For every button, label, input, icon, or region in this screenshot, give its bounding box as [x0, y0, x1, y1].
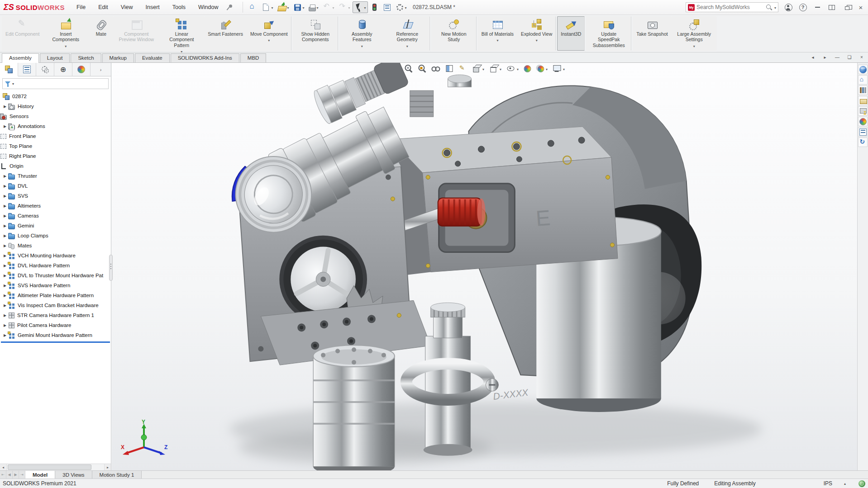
search-input[interactable] — [696, 4, 764, 10]
file-explorer-tab[interactable] — [858, 96, 868, 105]
tree-filter[interactable]: ▾ — [2, 78, 109, 89]
tree-item[interactable]: ▶ Top Plane — [0, 141, 111, 151]
command-tab[interactable]: Sketch — [71, 53, 101, 62]
tile-windows-button[interactable] — [827, 3, 836, 12]
status-globe-icon[interactable] — [858, 480, 865, 487]
dropdown-arrow-icon[interactable] — [500, 66, 501, 72]
menu-item[interactable]: File — [76, 4, 86, 10]
tree-item[interactable]: ▶ DVL Hardware Pattern — [0, 261, 111, 270]
hide-show-items-button[interactable] — [506, 64, 520, 73]
ribbon-button[interactable]: Take Snapshot — [633, 16, 671, 51]
expand-arrow-icon[interactable]: ▶ — [2, 254, 8, 258]
ribbon-button[interactable]: Edit Component — [2, 16, 43, 51]
command-tab[interactable]: Assembly — [2, 53, 39, 63]
menu-item[interactable]: Tools — [172, 4, 186, 10]
tree-item[interactable]: ▶ VCH Mounting Hardware — [0, 251, 111, 261]
bottom-tab[interactable]: Motion Study 1 — [92, 471, 142, 479]
ribbon-button[interactable]: Assembly Features — [339, 16, 385, 51]
expand-pane-button[interactable]: › — [91, 63, 111, 76]
expand-arrow-icon[interactable]: ▶ — [2, 124, 8, 128]
apply-scene-button[interactable] — [535, 64, 548, 73]
tree-item[interactable]: ▶ Altimeters — [0, 201, 111, 211]
dropdown-arrow-icon[interactable] — [405, 4, 407, 10]
expand-arrow-icon[interactable]: ▶ — [2, 104, 8, 109]
dropdown-arrow-icon[interactable] — [348, 4, 350, 10]
expand-arrow-icon[interactable]: ▶ — [2, 264, 8, 268]
dropdown-arrow-icon[interactable] — [536, 37, 538, 43]
tree-item[interactable]: ▶ Cameras — [0, 211, 111, 221]
minimize-document-button[interactable]: — — [834, 53, 841, 61]
minimize-button[interactable] — [813, 3, 822, 12]
file-properties-button[interactable] — [381, 1, 393, 13]
previous-window-button[interactable]: ◂ — [809, 53, 816, 61]
section-view-button[interactable] — [444, 64, 454, 73]
ribbon-button[interactable]: Bill of Materials — [478, 16, 517, 51]
view-settings-button[interactable] — [552, 64, 566, 73]
expand-arrow-icon[interactable]: ▶ — [2, 234, 8, 238]
ribbon-button[interactable]: Update SpeedPak Subassemblies — [586, 16, 631, 51]
cascade-windows-button[interactable] — [842, 3, 851, 12]
rebuild-button[interactable] — [368, 1, 381, 13]
tree-item[interactable]: ▶ Thruster — [0, 171, 111, 181]
ribbon-button[interactable]: Smart Fasteners — [204, 16, 247, 51]
dropdown-arrow-icon[interactable] — [563, 66, 565, 72]
tree-item[interactable]: ▶ Vis Inspect Cam Bracket Hardware — [0, 300, 111, 310]
command-tab[interactable]: Evaluate — [135, 53, 170, 62]
tree-item[interactable]: ▶ DVL to Thruster Mount Hardware Pat — [0, 270, 111, 280]
tree-root-item[interactable]: 02872 — [0, 91, 111, 101]
tree-item[interactable]: ▶ Front Plane — [0, 131, 111, 141]
next-window-button[interactable]: ▸ — [821, 53, 829, 61]
dropdown-arrow-icon[interactable] — [406, 43, 408, 48]
units-selector[interactable]: IPS — [824, 480, 832, 487]
expand-arrow-icon[interactable]: ▶ — [2, 174, 8, 178]
command-tab[interactable]: MBD — [240, 53, 267, 62]
design-library-tab[interactable] — [858, 85, 868, 95]
select-button[interactable] — [353, 1, 368, 13]
close-button[interactable]: × — [856, 3, 865, 12]
scrollbar-thumb[interactable] — [8, 464, 91, 470]
next-tab-button[interactable]: ▶ — [13, 471, 19, 479]
dropdown-arrow-icon[interactable] — [693, 43, 695, 48]
ribbon-button[interactable]: New Motion Study — [431, 16, 477, 51]
close-document-button[interactable]: × — [858, 53, 865, 61]
ribbon-button[interactable]: Component Preview Window — [114, 16, 159, 51]
tree-horizontal-scrollbar[interactable]: ◂ ▸ — [0, 464, 111, 470]
tree-item[interactable]: ▶ STR Camera Hardware Pattern 1 — [0, 310, 111, 320]
command-tab[interactable]: SOLIDWORKS Add-Ins — [171, 53, 239, 62]
restore-document-button[interactable]: ❏ — [846, 53, 853, 61]
display-style-button[interactable] — [488, 64, 502, 73]
tree-item[interactable]: ▶ Mates — [0, 241, 111, 251]
search-box[interactable]: My — [686, 2, 778, 12]
custom-properties-tab[interactable] — [858, 127, 868, 137]
dropdown-arrow-icon[interactable] — [317, 4, 319, 10]
dropdown-arrow-icon[interactable] — [546, 66, 548, 72]
expand-arrow-icon[interactable]: ▶ — [2, 194, 8, 198]
tree-item[interactable]: ▶ History — [0, 101, 111, 111]
expand-arrow-icon[interactable]: ▶ — [2, 274, 8, 278]
expand-arrow-icon[interactable]: ▶ — [2, 204, 8, 208]
tree-item[interactable]: ▶ Right Plane — [0, 151, 111, 161]
rollback-bar[interactable] — [1, 341, 110, 343]
save-button[interactable] — [291, 1, 306, 13]
help-button[interactable]: ? — [798, 3, 807, 12]
ribbon-button[interactable]: Linear Component Pattern — [159, 16, 204, 51]
menu-item[interactable]: View — [121, 4, 133, 10]
expand-arrow-icon[interactable]: ▶ — [2, 294, 8, 298]
dropdown-arrow-icon[interactable] — [361, 43, 363, 48]
ribbon-button[interactable]: Large Assembly Settings — [672, 16, 717, 51]
filter-dropdown-arrow-icon[interactable]: ▾ — [12, 82, 14, 86]
dropdown-arrow-icon[interactable] — [364, 4, 366, 10]
new-document-button[interactable] — [260, 1, 275, 13]
tree-item[interactable]: ▶ SVS — [0, 191, 111, 201]
expand-arrow-icon[interactable]: ▶ — [2, 284, 8, 288]
ribbon-button[interactable]: Move Component — [247, 16, 291, 51]
ribbon-button[interactable]: Show Hidden Components — [293, 16, 338, 51]
dropdown-arrow-icon[interactable] — [65, 43, 67, 48]
dropdown-arrow-icon[interactable] — [268, 37, 270, 43]
ribbon-button[interactable]: Reference Geometry — [385, 16, 430, 51]
print-button[interactable] — [307, 1, 320, 13]
zoom-to-fit-button[interactable] — [403, 64, 414, 73]
units-dropdown-arrow-icon[interactable]: ▴ — [844, 482, 846, 486]
expand-arrow-icon[interactable]: ▶ — [2, 184, 8, 188]
tree-item[interactable]: ▶ Gemini Mount Hardware Pattern — [0, 330, 111, 340]
